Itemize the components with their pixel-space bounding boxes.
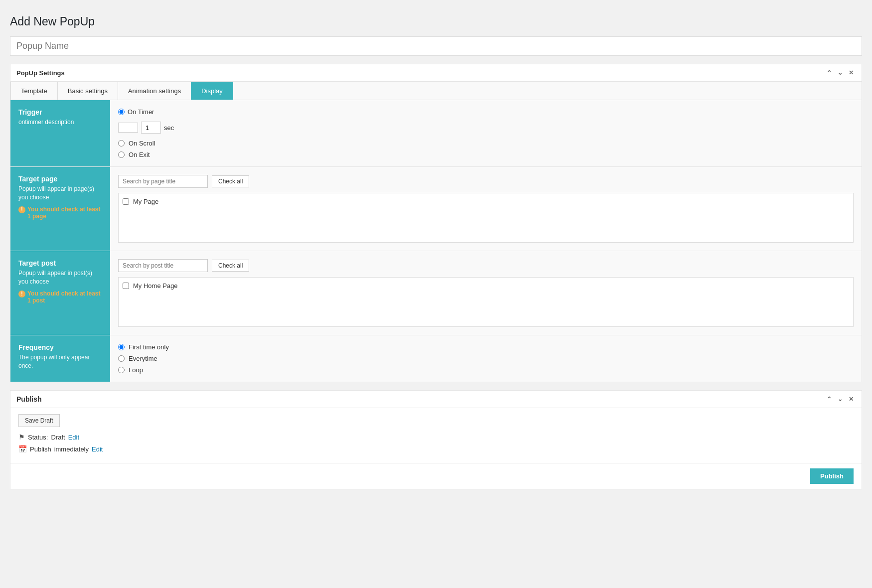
collapse-up-icon[interactable]: ⌃ bbox=[825, 68, 834, 77]
target-post-row: Target post Popup will appear in post(s)… bbox=[10, 251, 862, 335]
on-scroll-row: On Scroll bbox=[118, 140, 854, 147]
publish-panel-header: Publish ⌃ ⌄ ✕ bbox=[10, 391, 862, 408]
tab-basic-settings[interactable]: Basic settings bbox=[57, 82, 118, 100]
status-icon: ⚑ bbox=[18, 433, 25, 441]
publish-panel-title: Publish bbox=[16, 395, 42, 403]
on-scroll-label: On Scroll bbox=[129, 140, 155, 147]
trigger-desc: ontimmer description bbox=[18, 118, 102, 127]
publish-button[interactable]: Publish bbox=[810, 468, 854, 484]
status-label: Status: bbox=[28, 434, 48, 441]
timer-sec-label: sec bbox=[164, 124, 174, 132]
publish-label-text: Publish bbox=[30, 445, 51, 453]
page-search-input[interactable] bbox=[118, 175, 208, 188]
trigger-radio-group: On Timer sec On Scroll On Exit bbox=[118, 108, 854, 158]
first-time-label: First time only bbox=[129, 343, 169, 351]
collapse-down-icon[interactable]: ⌄ bbox=[836, 68, 845, 77]
page-title: Add New PopUp bbox=[10, 15, 862, 28]
first-time-radio[interactable] bbox=[118, 344, 125, 350]
tab-animation-settings[interactable]: Animation settings bbox=[118, 82, 191, 100]
popup-settings-header: PopUp Settings ⌃ ⌄ ✕ bbox=[10, 64, 862, 82]
publish-panel-controls: ⌃ ⌄ ✕ bbox=[825, 395, 856, 404]
frequency-radio-group: First time only Everytime Loop bbox=[118, 343, 854, 374]
frequency-content: First time only Everytime Loop bbox=[110, 335, 862, 382]
warning-post-icon: ! bbox=[18, 291, 25, 297]
publish-panel: Publish ⌃ ⌄ ✕ Save Draft ⚑ Status: Draft… bbox=[10, 390, 862, 489]
target-post-label: Target post Popup will appear in post(s)… bbox=[10, 251, 110, 335]
page-search-row: Check all bbox=[118, 175, 854, 188]
status-value: Draft bbox=[51, 434, 65, 441]
target-page-warning: ! You should check at least 1 page bbox=[18, 206, 102, 220]
tab-template[interactable]: Template bbox=[10, 82, 58, 100]
target-page-title: Target page bbox=[18, 175, 102, 183]
on-timer-row: On Timer bbox=[118, 108, 854, 116]
target-page-row: Target page Popup will appear in page(s)… bbox=[10, 167, 862, 251]
on-exit-label: On Exit bbox=[129, 151, 150, 158]
on-exit-row: On Exit bbox=[118, 151, 854, 158]
post-list-item: My Home Page bbox=[123, 281, 849, 291]
panel-controls: ⌃ ⌄ ✕ bbox=[825, 68, 856, 77]
warning-icon: ! bbox=[18, 206, 25, 213]
publish-footer: Publish bbox=[10, 463, 862, 489]
close-panel-icon[interactable]: ✕ bbox=[847, 68, 856, 77]
target-page-warning-text: You should check at least 1 page bbox=[27, 206, 102, 220]
target-page-content: Check all My Page bbox=[110, 167, 862, 251]
trigger-content: On Timer sec On Scroll On Exit bbox=[110, 100, 862, 166]
publish-collapse-up-icon[interactable]: ⌃ bbox=[825, 395, 834, 404]
target-post-warning-text: You should check at least 1 post bbox=[27, 290, 102, 304]
on-timer-label: On Timer bbox=[128, 108, 154, 116]
tabs-container: Template Basic settings Animation settin… bbox=[10, 82, 862, 100]
on-exit-radio[interactable] bbox=[118, 151, 125, 158]
tab-display[interactable]: Display bbox=[191, 82, 233, 100]
everytime-label: Everytime bbox=[129, 355, 157, 362]
publish-collapse-down-icon[interactable]: ⌄ bbox=[836, 395, 845, 404]
trigger-title: Trigger bbox=[18, 108, 102, 116]
popup-settings-panel: PopUp Settings ⌃ ⌄ ✕ Template Basic sett… bbox=[10, 64, 862, 382]
publish-edit-link[interactable]: Edit bbox=[92, 445, 103, 453]
target-page-label: Target page Popup will appear in page(s)… bbox=[10, 167, 110, 251]
status-row: ⚑ Status: Draft Edit bbox=[18, 433, 854, 441]
publish-when: immediately bbox=[54, 445, 89, 453]
frequency-title: Frequency bbox=[18, 343, 102, 351]
page-item-checkbox[interactable] bbox=[123, 198, 129, 205]
publish-schedule-row: 📅 Publish immediately Edit bbox=[18, 445, 854, 453]
on-scroll-radio[interactable] bbox=[118, 140, 125, 147]
publish-close-icon[interactable]: ✕ bbox=[847, 395, 856, 404]
loop-row: Loop bbox=[118, 366, 854, 374]
publish-content: Save Draft ⚑ Status: Draft Edit 📅 Publis… bbox=[10, 408, 862, 463]
target-post-content: Check all My Home Page bbox=[110, 251, 862, 335]
save-draft-button[interactable]: Save Draft bbox=[18, 414, 60, 427]
trigger-row: Trigger ontimmer description On Timer se… bbox=[10, 100, 862, 167]
loop-label: Loop bbox=[129, 366, 143, 374]
on-timer-radio[interactable] bbox=[118, 109, 125, 115]
post-list: My Home Page bbox=[118, 277, 854, 327]
calendar-icon: 📅 bbox=[18, 445, 27, 453]
target-post-desc: Popup will appear in post(s) you choose bbox=[18, 269, 102, 286]
timer-input-row: sec bbox=[118, 122, 854, 134]
post-item-checkbox[interactable] bbox=[123, 283, 129, 289]
status-edit-link[interactable]: Edit bbox=[68, 434, 79, 441]
post-search-input[interactable] bbox=[118, 259, 208, 272]
page-item-label: My Page bbox=[133, 198, 158, 205]
frequency-label: Frequency The popup will only appear onc… bbox=[10, 335, 110, 382]
post-check-all-button[interactable]: Check all bbox=[212, 260, 249, 272]
page-list: My Page bbox=[118, 193, 854, 243]
everytime-radio[interactable] bbox=[118, 355, 125, 362]
frequency-desc: The popup will only appear once. bbox=[18, 353, 102, 370]
target-post-title: Target post bbox=[18, 259, 102, 267]
target-post-warning: ! You should check at least 1 post bbox=[18, 290, 102, 304]
page-check-all-button[interactable]: Check all bbox=[212, 175, 249, 187]
loop-radio[interactable] bbox=[118, 367, 125, 373]
trigger-label: Trigger ontimmer description bbox=[10, 100, 110, 166]
post-search-row: Check all bbox=[118, 259, 854, 272]
page-list-item: My Page bbox=[123, 196, 849, 207]
first-time-row: First time only bbox=[118, 343, 854, 351]
frequency-row: Frequency The popup will only appear onc… bbox=[10, 335, 862, 382]
timer-value-input[interactable] bbox=[141, 122, 161, 134]
timer-checkbox[interactable] bbox=[118, 123, 138, 133]
popup-name-input[interactable] bbox=[10, 36, 862, 56]
popup-settings-title: PopUp Settings bbox=[16, 69, 65, 77]
post-item-label: My Home Page bbox=[133, 282, 178, 290]
everytime-row: Everytime bbox=[118, 355, 854, 362]
target-page-desc: Popup will appear in page(s) you choose bbox=[18, 185, 102, 202]
settings-grid: Trigger ontimmer description On Timer se… bbox=[10, 100, 862, 382]
